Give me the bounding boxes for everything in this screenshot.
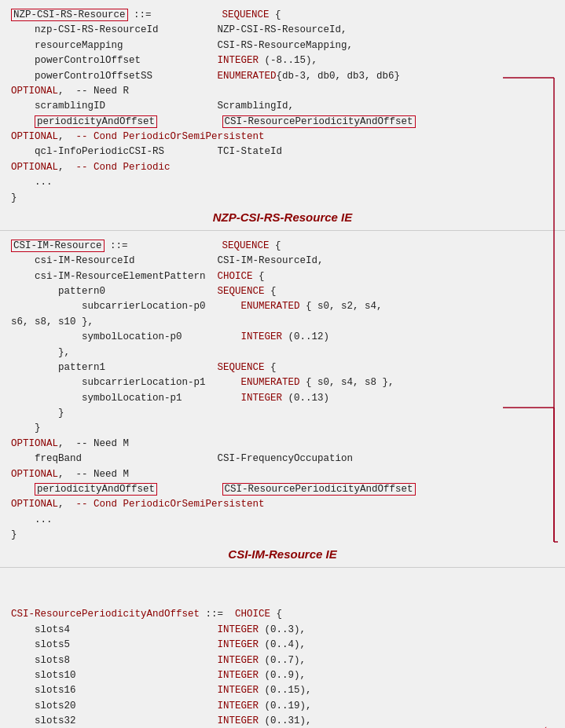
box-csi-resource-2: CSI-ResourcePeriodicityAndOffset xyxy=(222,483,416,496)
section2-title: CSI-IM-Resource IE xyxy=(11,547,554,561)
arrow-indicator: ← xyxy=(544,721,554,728)
ie-box-csi-im: CSI-IM-Resource xyxy=(11,240,105,252)
code-block-1: NZP-CSI-RS-Resource ::= SEQUENCE { nzp-C… xyxy=(11,8,554,206)
section-csi-im-resource: CSI-IM-Resource ::= SEQUENCE { csi-IM-Re… xyxy=(0,231,565,569)
box-periodicity-2: periodicityAndOffset xyxy=(35,483,157,496)
gap-spacer xyxy=(0,568,565,599)
code-block-3: CSI-ResourcePeriodicityAndOffset ::= CHO… xyxy=(11,607,554,728)
ie-box-nzp: NZP-CSI-RS-Resource xyxy=(11,9,128,21)
box-csi-resource-1: CSI-ResourcePeriodicityAndOffset xyxy=(222,115,416,128)
section-csi-resource-periodicity: ← CSI-ResourcePeriodicityAndOffset ::= C… xyxy=(0,599,565,728)
left-arrow-icon: ← xyxy=(544,721,554,728)
box-periodicity-1: periodicityAndOffset xyxy=(35,115,157,128)
section-nzp-csi-rs-resource: NZP-CSI-RS-Resource ::= SEQUENCE { nzp-C… xyxy=(0,0,565,231)
section1-title: NZP-CSI-RS-Resource IE xyxy=(11,210,554,224)
code-block-2: CSI-IM-Resource ::= SEQUENCE { csi-IM-Re… xyxy=(11,239,554,543)
